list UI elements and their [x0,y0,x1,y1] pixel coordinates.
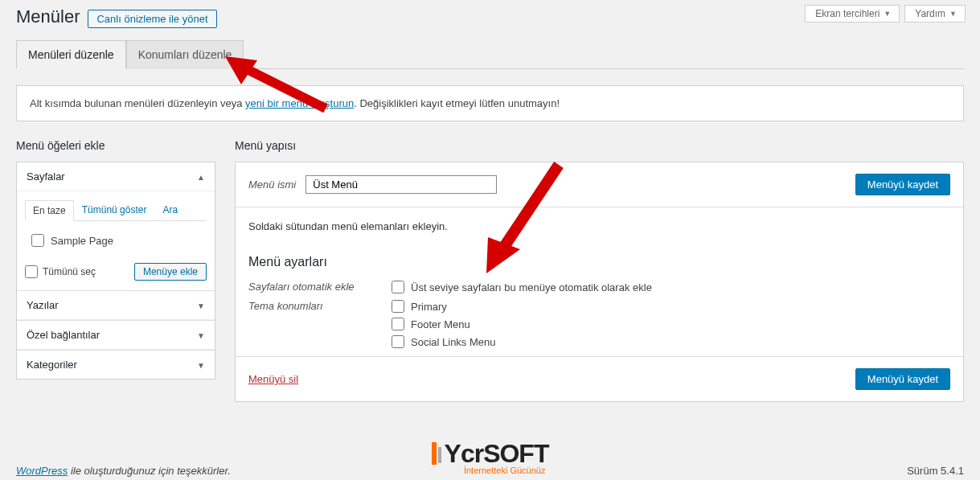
chevron-down-icon: ▼ [949,10,957,18]
page-item-checkbox[interactable] [31,234,44,247]
delete-menu-link[interactable]: Menüyü sil [248,373,298,385]
metabox-categories-title: Kategoriler [27,359,77,371]
select-all-checkbox[interactable] [25,265,38,278]
page-item-sample[interactable]: Sample Page [25,229,207,258]
tab-edit-locations[interactable]: Konumları düzenle [126,40,244,69]
auto-add-checkbox[interactable] [392,281,404,293]
select-all-label: Tümünü seç [43,266,96,277]
select-all[interactable]: Tümünü seç [25,265,96,278]
notice-pre: Alt kısımda bulunan menüleri düzenleyin … [30,97,245,109]
footer-thanks: ile oluşturduğunuz için teşekkürler. [68,465,231,477]
footer-version: Sürüm 5.4.1 [907,465,964,477]
auto-add-option[interactable]: Üst seviye sayfaları bu menüye otomatik … [392,281,652,293]
live-preview-button[interactable]: Canlı önizleme ile yönet [88,10,216,28]
brand-logo: YcrSOFT İnternetteki Gücünüz [432,439,549,475]
subtab-recent[interactable]: En taze [25,200,74,221]
save-menu-button-bottom[interactable]: Menüyü kaydet [855,368,950,390]
metabox-posts-header[interactable]: Yazılar [17,290,215,320]
metabox-categories-header[interactable]: Kategoriler [17,350,215,379]
location-social-checkbox[interactable] [392,335,404,348]
empty-hint: Soldaki sütundan menü elemanları ekleyin… [248,220,950,232]
chevron-down-icon [197,299,205,311]
location-primary[interactable]: Primary [392,300,496,313]
chevron-down-icon [197,359,205,371]
location-social[interactable]: Social Links Menu [392,335,496,348]
locations-label: Tema konumları [248,300,392,348]
tab-edit-menus[interactable]: Menüleri düzenle [16,40,126,69]
notice-link[interactable]: yeni bir menü oluşturun [245,97,354,109]
save-menu-button-top[interactable]: Menüyü kaydet [855,174,950,195]
metabox-pages-title: Sayfalar [27,170,65,183]
metabox-customlinks-title: Özel bağlantılar [27,329,100,341]
notice-post: . Değişiklikleri kayıt etmeyi lütfen unu… [354,97,560,109]
add-to-menu-button[interactable]: Menüye ekle [134,263,207,281]
footer-credit: WordPress ile oluşturduğunuz için teşekk… [16,465,231,477]
notice-box: Alt kısımda bulunan menüleri düzenleyin … [16,85,964,121]
auto-add-text: Üst seviye sayfaları bu menüye otomatik … [411,281,652,293]
settings-heading: Menü ayarları [248,255,950,269]
location-footer[interactable]: Footer Menu [392,318,496,330]
location-social-text: Social Links Menu [411,336,496,348]
screen-options-button[interactable]: Ekran tercihleri ▼ [805,5,900,23]
menu-name-input[interactable] [305,175,497,194]
tab-bar: Menüleri düzenle Konumları düzenle [16,39,964,69]
chevron-down-icon: ▼ [884,10,891,18]
screen-options-label: Ekran tercihleri [815,8,880,19]
location-footer-text: Footer Menu [411,318,470,330]
metabox-pages-header[interactable]: Sayfalar [17,162,215,191]
main-heading: Menü yapısı [235,139,964,152]
help-button[interactable]: Yardım ▼ [904,5,966,23]
metabox-posts-title: Yazılar [27,299,59,311]
subtab-all[interactable]: Tümünü göster [74,199,155,220]
menu-name-label: Menü ismi [248,178,296,191]
chevron-down-icon [197,329,205,341]
sidebar-heading: Menü öğeleri ekle [16,139,215,152]
chevron-up-icon [197,170,205,183]
page-title: Menüler [16,6,80,27]
page-item-label: Sample Page [51,235,113,247]
location-footer-checkbox[interactable] [392,318,404,330]
wordpress-link[interactable]: WordPress [16,465,68,477]
subtab-search[interactable]: Ara [154,199,186,220]
location-primary-text: Primary [411,301,447,313]
metabox-customlinks-header[interactable]: Özel bağlantılar [17,320,215,350]
logo-text: YcrSOFT [445,439,549,468]
auto-add-label: Sayfaları otomatik ekle [248,281,392,293]
location-primary-checkbox[interactable] [392,300,404,313]
help-label: Yardım [915,8,945,19]
